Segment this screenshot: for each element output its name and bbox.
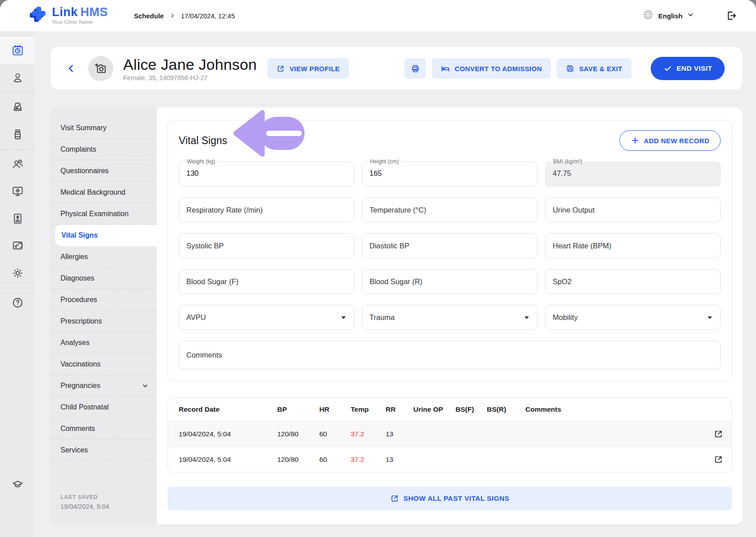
cell-temp: 37.2 — [351, 456, 386, 464]
nav-item-allergies[interactable]: Allergies — [51, 246, 157, 268]
sidebar-item-pharmacy[interactable] — [0, 121, 35, 148]
cell-bp: 120/80 — [277, 456, 319, 464]
nav-item-label: Visit Summary — [60, 124, 107, 132]
weight-field[interactable]: Weight (kg) 130 — [179, 162, 354, 187]
heart-rate-field[interactable]: Heart Rate (BPM) — [545, 233, 721, 258]
nav-item-analyses[interactable]: Analyses — [51, 332, 157, 354]
col-urine-op: Urine OP — [413, 405, 455, 413]
back-button[interactable] — [66, 63, 77, 74]
add-new-record-button[interactable]: ADD NEW RECORD — [619, 130, 721, 151]
breadcrumb-current-visit: 17/04/2024, 12:45 — [181, 12, 235, 20]
last-saved-value: 19/04/2024, 5:04 — [60, 503, 109, 510]
nav-item-visit-summary[interactable]: Visit Summary — [51, 117, 157, 139]
breadcrumb: Schedule 17/04/2024, 12:45 — [134, 12, 235, 20]
bmi-label: BMI (kg/m²) — [551, 158, 584, 165]
nav-item-label: Complaints — [60, 145, 96, 153]
respiratory-rate-field[interactable]: Respiratory Rate (/min) — [179, 197, 354, 222]
sidebar-item-patients[interactable] — [0, 64, 35, 91]
sidebar-item-learning[interactable] — [0, 478, 35, 490]
page-title: Vital Signs — [179, 135, 227, 147]
nav-item-label: Procedures — [60, 296, 97, 304]
person-icon — [12, 72, 24, 84]
help-icon — [12, 297, 24, 309]
check-icon — [663, 64, 672, 73]
col-hr: HR — [319, 405, 351, 413]
nav-item-label: Medical Background — [60, 188, 125, 196]
show-all-past-vital-signs-button[interactable]: SHOW ALL PAST VITAL SIGNS — [168, 487, 732, 510]
camera-add-icon — [94, 62, 107, 75]
nav-item-diagnoses[interactable]: Diagnoses — [51, 268, 157, 289]
sidebar-item-schedule[interactable] — [0, 37, 35, 64]
blood-sugar-r-field[interactable]: Blood Sugar (R) — [362, 269, 537, 294]
print-button[interactable] — [404, 58, 426, 79]
nav-item-label: Vital Signs — [61, 231, 98, 239]
nav-item-comments[interactable]: Comments — [51, 418, 157, 439]
comments-field[interactable]: Comments — [179, 341, 721, 369]
language-label: English — [658, 12, 683, 20]
add-new-record-label: ADD NEW RECORD — [644, 137, 709, 145]
systolic-bp-label: Systolic BP — [179, 234, 354, 258]
nav-item-pregnancies[interactable]: Pregnancies — [51, 375, 157, 396]
nav-item-physical-examination[interactable]: Physical Examination — [51, 203, 157, 225]
mobility-label: Mobility — [546, 305, 720, 329]
app-logo: LinkHMS Your Clinic Name — [29, 6, 108, 26]
table-row: 19/04/2024, 5:04 120/80 60 37.2 13 — [168, 421, 731, 447]
mobility-select[interactable]: Mobility — [545, 305, 721, 330]
systolic-bp-field[interactable]: Systolic BP — [179, 233, 354, 258]
people-icon — [12, 158, 24, 170]
vital-signs-form-card: Vital Signs ADD NEW RECORD Weight (kg) 1… — [168, 120, 732, 381]
dropdown-caret-icon — [708, 316, 712, 319]
sidebar-item-devices[interactable] — [0, 178, 35, 205]
nav-item-procedures[interactable]: Procedures — [51, 289, 157, 311]
col-bs-r: BS(R) — [487, 405, 525, 413]
sidebar-item-laboratory[interactable] — [0, 94, 35, 121]
graduation-cap-icon — [12, 478, 24, 490]
nav-item-complaints[interactable]: Complaints — [51, 139, 157, 160]
nav-item-vital-signs[interactable]: Vital Signs — [55, 225, 157, 246]
gear-icon — [12, 267, 24, 279]
nav-item-child-postnatal[interactable]: Child Postnatal — [51, 396, 157, 418]
blood-sugar-f-field[interactable]: Blood Sugar (F) — [179, 269, 354, 294]
nav-item-label: Diagnoses — [60, 274, 94, 282]
dropdown-caret-icon — [524, 316, 529, 319]
sidebar-item-billing[interactable] — [0, 205, 35, 232]
height-field[interactable]: Height (cm) 165 — [362, 162, 537, 187]
open-record-button[interactable] — [702, 429, 723, 439]
cell-rr: 13 — [386, 456, 413, 464]
nav-item-label: Questionnaires — [60, 167, 109, 175]
heart-rate-label: Heart Rate (BPM) — [546, 234, 720, 258]
logout-icon[interactable] — [726, 10, 737, 21]
convert-to-admission-button[interactable]: CONVERT TO ADMISSION — [432, 58, 551, 79]
temperature-field[interactable]: Temperature (°C) — [362, 197, 537, 222]
spo2-field[interactable]: SpO2 — [545, 269, 721, 294]
sidebar-item-settings[interactable] — [0, 260, 35, 287]
clinic-cross-icon — [29, 6, 47, 26]
nav-item-prescriptions[interactable]: Prescriptions — [51, 311, 157, 332]
open-in-new-icon — [713, 429, 723, 439]
nav-item-vaccinations[interactable]: Vaccinations — [51, 354, 157, 375]
nav-item-services[interactable]: Services — [51, 439, 157, 461]
urine-output-field[interactable]: Urine Output — [545, 197, 721, 222]
convert-to-admission-label: CONVERT TO ADMISSION — [455, 65, 542, 72]
vital-signs-panel: Vital Signs ADD NEW RECORD Weight (kg) 1… — [157, 107, 743, 524]
avpu-select[interactable]: AVPU — [179, 305, 354, 330]
brand-name-hms: HMS — [81, 5, 108, 19]
view-profile-button[interactable]: VIEW PROFILE — [267, 58, 348, 79]
nav-item-questionnaires[interactable]: Questionnaires — [51, 160, 157, 182]
dropdown-caret-icon — [341, 316, 346, 319]
breadcrumb-schedule-link[interactable]: Schedule — [134, 12, 164, 20]
sidebar-item-staff[interactable] — [0, 150, 35, 178]
sidebar-item-help[interactable] — [0, 289, 35, 316]
diastolic-bp-field[interactable]: Diastolic BP — [362, 233, 537, 258]
sidebar-item-reports[interactable] — [0, 232, 35, 260]
language-selector[interactable]: English — [658, 11, 694, 20]
save-icon — [566, 64, 575, 73]
col-bp: BP — [277, 405, 319, 413]
end-visit-button[interactable]: END VISIT — [651, 57, 725, 80]
table-row: 19/04/2024, 5:04 120/80 60 37.2 13 — [168, 447, 731, 472]
nav-item-medical-background[interactable]: Medical Background — [51, 182, 157, 203]
open-record-button[interactable] — [702, 455, 723, 465]
patient-avatar-add-photo[interactable] — [88, 56, 113, 81]
save-exit-button[interactable]: SAVE & EXIT — [557, 58, 631, 79]
trauma-select[interactable]: Trauma — [362, 305, 537, 330]
